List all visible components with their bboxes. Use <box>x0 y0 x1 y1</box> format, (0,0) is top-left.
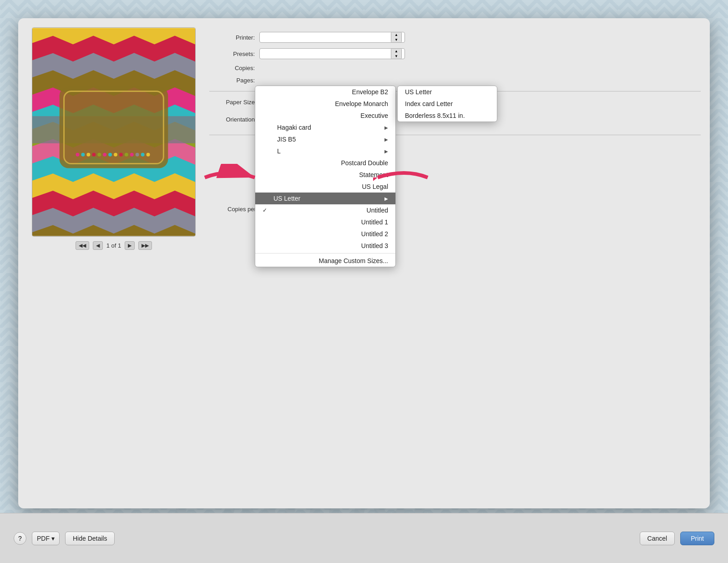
pages-label: Pages: <box>209 77 255 84</box>
svg-point-6 <box>76 153 79 157</box>
menu-item-envelopeb2[interactable]: Envelope B2 <box>255 86 395 98</box>
menu-item-executive[interactable]: Executive <box>255 110 395 122</box>
presets-up[interactable]: ▲ <box>391 49 401 54</box>
printer-row: Printer: ▲ ▼ <box>209 32 701 43</box>
printer-select[interactable]: ▲ ▼ <box>259 32 405 43</box>
paper-size-label: Paper Size <box>209 99 255 106</box>
menu-item-label: JIS B5 <box>277 136 296 143</box>
printer-label: Printer: <box>209 34 255 41</box>
menu-item-label: Untitled 2 <box>361 230 388 238</box>
presets-label: Presets: <box>209 51 255 57</box>
arrow-indicator-1 <box>200 164 259 193</box>
menu-item-untitled3[interactable]: Untitled 3 <box>255 240 395 252</box>
menu-item-envelope-monarch[interactable]: Envelope Monarch <box>255 98 395 110</box>
menu-item-label: Untitled 1 <box>361 218 388 226</box>
menu-item-untitled[interactable]: ✓ Untitled <box>255 204 395 216</box>
help-icon: ? <box>18 535 22 542</box>
printer-up[interactable]: ▲ <box>391 32 401 37</box>
svg-rect-4 <box>60 87 168 168</box>
menu-item-label: Manage Custom Sizes... <box>318 257 388 264</box>
menu-divider <box>255 253 395 254</box>
menu-item-label: Envelope Monarch <box>335 100 388 107</box>
preview-nav: ◀◀ ◀ 1 of 1 ▶ ▶▶ <box>76 241 152 250</box>
printer-down[interactable]: ▼ <box>391 37 401 42</box>
menu-item-label: Envelope B2 <box>352 88 388 96</box>
preview-panel: ◀◀ ◀ 1 of 1 ▶ ▶▶ <box>27 27 200 499</box>
nav-first-button[interactable]: ◀◀ <box>76 241 89 250</box>
presets-stepper[interactable]: ▲ ▼ <box>391 48 402 59</box>
menu-item-untitled1[interactable]: Untitled 1 <box>255 216 395 228</box>
menu-item-label: Hagaki card <box>277 124 311 131</box>
jisb5-arrow: ▶ <box>384 137 388 142</box>
hide-details-button[interactable]: Hide Details <box>65 532 115 545</box>
menu-item-label: Untitled <box>367 207 388 214</box>
us-letter-submenu[interactable]: US Letter Index card Letter Borderless 8… <box>397 86 497 122</box>
us-letter-arrow: ▶ <box>384 196 388 201</box>
submenu-item-label: US Letter <box>405 88 432 96</box>
nav-prev-button[interactable]: ◀ <box>93 241 103 250</box>
orientation-label: Orientation <box>209 116 255 123</box>
pdf-arrow-icon: ▾ <box>51 535 55 542</box>
svg-point-11 <box>103 153 106 157</box>
cancel-button[interactable]: Cancel <box>640 532 675 545</box>
svg-point-19 <box>147 153 150 157</box>
bottom-bar: ? PDF ▾ Hide Details Cancel Print <box>0 513 728 563</box>
menu-item-manage-custom[interactable]: Manage Custom Sizes... <box>255 255 395 267</box>
page-preview <box>32 27 196 237</box>
menu-item-hagaki[interactable]: Hagaki card ▶ <box>255 122 395 133</box>
svg-point-17 <box>136 153 139 157</box>
copies-row: Copies: <box>209 65 701 71</box>
page-count-label: 1 of 1 <box>106 242 121 249</box>
svg-point-13 <box>114 153 117 157</box>
menu-item-label: US Letter <box>273 195 300 202</box>
pdf-label: PDF <box>37 535 50 542</box>
submenu-item-index-card[interactable]: Index card Letter <box>398 98 497 110</box>
presets-row: Presets: ▲ ▼ <box>209 48 701 59</box>
svg-point-10 <box>97 153 101 157</box>
menu-item-label: Untitled 3 <box>361 242 388 249</box>
svg-point-7 <box>81 153 85 157</box>
menu-item-untitled2[interactable]: Untitled 2 <box>255 228 395 240</box>
arrow-indicator-2 <box>373 164 432 193</box>
svg-point-18 <box>141 153 145 157</box>
print-button[interactable]: Print <box>680 532 714 545</box>
menu-item-jisb5[interactable]: JIS B5 ▶ <box>255 133 395 145</box>
submenu-item-us-letter[interactable]: US Letter <box>398 86 497 98</box>
presets-down[interactable]: ▼ <box>391 54 401 59</box>
copies-label: Copies: <box>209 65 255 71</box>
menu-item-us-letter[interactable]: US Letter ▶ <box>255 193 395 204</box>
l-arrow: ▶ <box>384 149 388 154</box>
submenu-item-borderless[interactable]: Borderless 8.5x11 in. <box>398 110 497 122</box>
submenu-item-label: Index card Letter <box>405 100 453 107</box>
submenu-item-label: Borderless 8.5x11 in. <box>405 112 465 119</box>
menu-item-l[interactable]: L ▶ <box>255 145 395 157</box>
svg-point-8 <box>86 153 90 157</box>
svg-point-16 <box>130 153 134 157</box>
svg-point-9 <box>92 153 96 157</box>
svg-point-14 <box>119 153 123 157</box>
svg-point-12 <box>108 153 112 157</box>
nav-next-button[interactable]: ▶ <box>125 241 135 250</box>
hagaki-arrow: ▶ <box>384 125 388 130</box>
presets-select[interactable]: ▲ ▼ <box>259 48 405 59</box>
pdf-button[interactable]: PDF ▾ <box>32 532 60 545</box>
menu-item-label: Executive <box>360 112 388 119</box>
menu-item-label: L <box>277 147 281 155</box>
help-button[interactable]: ? <box>14 532 26 545</box>
pages-row: Pages: <box>209 77 701 84</box>
svg-point-15 <box>125 153 128 157</box>
printer-stepper[interactable]: ▲ ▼ <box>391 32 402 43</box>
nav-last-button[interactable]: ▶▶ <box>138 241 152 250</box>
